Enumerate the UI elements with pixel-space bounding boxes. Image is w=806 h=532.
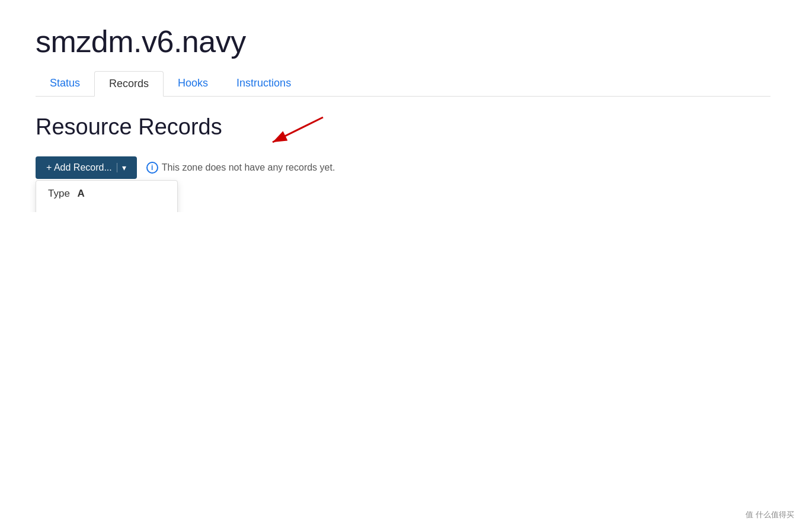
info-message-container: i This zone does not have any records ye…	[146, 162, 335, 174]
page-title: smzdm.v6.navy	[36, 24, 770, 59]
tab-records[interactable]: Records	[94, 71, 164, 97]
page-wrapper: smzdm.v6.navy Status Records Hooks Instr…	[36, 24, 770, 179]
tab-status[interactable]: Status	[36, 71, 94, 96]
svg-line-1	[273, 117, 323, 142]
toolbar: + Add Record... ▾ i This zone does not h…	[36, 156, 770, 179]
type-a-prefix: Type	[48, 188, 70, 200]
chevron-down-icon: ▾	[117, 163, 126, 172]
add-record-button[interactable]: + Add Record... ▾	[36, 156, 137, 179]
dropdown-item-a[interactable]: Type A	[36, 181, 177, 207]
tab-hooks[interactable]: Hooks	[164, 71, 222, 96]
tab-instructions[interactable]: Instructions	[222, 71, 305, 96]
type-a-value: A	[78, 188, 85, 200]
records-arrow	[255, 111, 326, 147]
section-title: Resource Records	[36, 114, 770, 140]
info-icon: i	[146, 162, 158, 174]
dropdown-menu: Type A Type AAAA Type CAA Type CNAME Typ…	[36, 180, 178, 212]
dropdown-item-aaaa[interactable]: Type AAAA	[36, 207, 177, 212]
tabs-bar: Status Records Hooks Instructions	[36, 71, 770, 97]
info-message-text: This zone does not have any records yet.	[162, 162, 335, 173]
add-record-label: + Add Record...	[46, 162, 112, 173]
